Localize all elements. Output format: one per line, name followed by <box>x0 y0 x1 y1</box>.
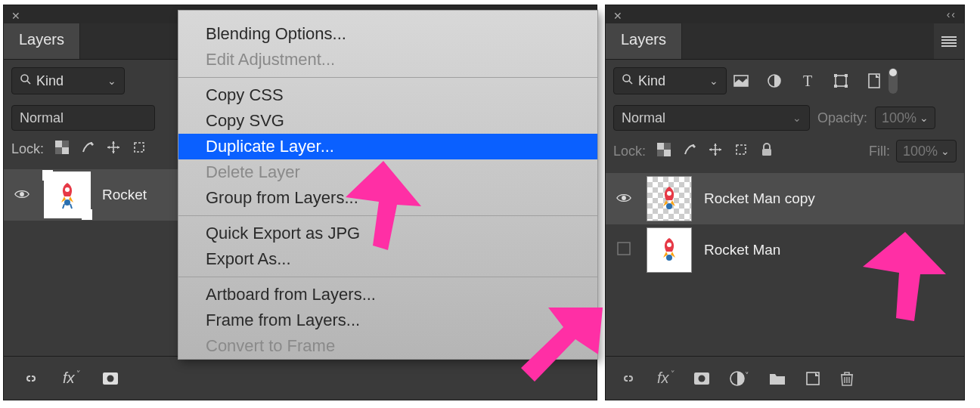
chevron-down-icon: ⌄ <box>941 145 950 157</box>
svg-rect-37 <box>807 372 819 385</box>
lock-pixels-icon[interactable] <box>682 143 697 160</box>
lock-position-icon[interactable] <box>708 143 723 160</box>
lock-transparency-icon[interactable] <box>54 141 70 158</box>
new-layer-icon[interactable] <box>805 371 820 386</box>
svg-rect-21 <box>869 74 879 88</box>
svg-point-29 <box>667 191 671 196</box>
close-icon[interactable] <box>613 9 624 20</box>
link-layers-icon[interactable] <box>619 372 637 385</box>
svg-rect-2 <box>55 141 62 147</box>
svg-rect-26 <box>737 145 746 154</box>
link-layers-icon[interactable] <box>22 372 40 385</box>
fx-icon[interactable]: fx˅ <box>657 369 674 387</box>
filter-adjustment-icon[interactable] <box>766 74 783 88</box>
menu-duplicate-layer[interactable]: Duplicate Layer... <box>178 134 597 159</box>
filter-type-icon[interactable]: T <box>799 73 816 90</box>
layer-thumbnail[interactable] <box>647 176 692 221</box>
menu-copy-css[interactable]: Copy CSS <box>178 82 597 108</box>
collapse-icon[interactable]: ‹‹ <box>947 8 957 20</box>
svg-rect-22 <box>657 143 664 150</box>
panel-bottom-toolbar: fx˅ ˅ <box>606 356 964 400</box>
blend-row: Normal ⌄ Opacity: 100% ⌄ <box>606 102 964 134</box>
filter-toggle[interactable] <box>889 68 898 94</box>
blend-mode-value: Normal <box>20 110 64 126</box>
layers-panel-left: ‹‹ Layers Kind ⌄ Normal Lock: <box>3 5 597 400</box>
filter-pixel-icon[interactable] <box>733 75 749 87</box>
visibility-toggle[interactable] <box>11 187 33 203</box>
mask-icon[interactable] <box>693 372 710 385</box>
svg-point-0 <box>21 75 28 82</box>
kind-select[interactable]: Kind ⌄ <box>11 67 125 94</box>
svg-rect-19 <box>834 85 837 88</box>
fill-value: 100% <box>903 144 938 159</box>
lock-pixels-icon[interactable] <box>80 141 95 158</box>
svg-rect-27 <box>762 149 771 156</box>
svg-rect-31 <box>618 243 630 255</box>
filter-smartobject-icon[interactable] <box>866 73 882 88</box>
svg-point-8 <box>65 187 70 192</box>
layer-name: Rocket Man <box>704 242 780 258</box>
lock-label: Lock: <box>613 144 646 159</box>
kind-label: Kind <box>638 73 665 89</box>
fill-label: Fill: <box>869 144 890 159</box>
chevron-down-icon: ⌄ <box>709 75 718 87</box>
lock-transparency-icon[interactable] <box>656 143 671 160</box>
opacity-label: Opacity: <box>817 110 867 126</box>
svg-rect-4 <box>62 141 69 147</box>
fill-input[interactable]: 100% ⌄ <box>896 140 957 162</box>
new-group-icon[interactable] <box>769 372 786 385</box>
opacity-input[interactable]: 100% ⌄ <box>875 107 935 129</box>
mask-icon[interactable] <box>102 372 119 385</box>
svg-rect-23 <box>664 150 671 156</box>
search-icon <box>20 73 32 89</box>
panel-topbar: ‹‹ <box>606 5 964 23</box>
svg-rect-17 <box>834 74 837 77</box>
lock-artboard-icon[interactable] <box>733 142 749 161</box>
layer-thumbnail[interactable] <box>647 227 692 273</box>
close-icon[interactable] <box>11 9 22 20</box>
svg-rect-25 <box>657 150 664 156</box>
adjustment-layer-icon[interactable]: ˅ <box>730 371 749 386</box>
svg-point-35 <box>698 375 705 382</box>
blend-mode-select[interactable]: Normal ⌄ <box>613 105 810 131</box>
opacity-value: 100% <box>882 110 916 126</box>
menu-edit-adjustment: Edit Adjustment... <box>178 47 597 73</box>
menu-copy-svg[interactable]: Copy SVG <box>178 108 597 134</box>
lock-position-icon[interactable] <box>106 141 121 158</box>
svg-point-28 <box>622 196 626 200</box>
annotation-arrow <box>346 161 421 252</box>
chevron-down-icon: ⌄ <box>920 112 929 124</box>
visibility-toggle[interactable] <box>613 240 634 261</box>
layer-thumbnail[interactable] <box>45 172 90 218</box>
kind-select[interactable]: Kind ⌄ <box>613 67 727 94</box>
menu-blending-options[interactable]: Blending Options... <box>178 21 597 47</box>
filter-icons: T <box>733 73 882 90</box>
svg-rect-24 <box>664 143 671 150</box>
chevron-down-icon: ⌄ <box>792 112 802 124</box>
delete-layer-icon[interactable] <box>840 371 854 386</box>
tab-layers[interactable]: Layers <box>606 23 682 59</box>
blend-mode-select[interactable]: Normal <box>11 105 155 131</box>
fx-icon[interactable]: fx˅ <box>63 369 79 387</box>
filter-shape-icon[interactable] <box>833 73 849 88</box>
svg-point-30 <box>666 203 672 209</box>
svg-rect-6 <box>135 143 144 152</box>
tab-layers[interactable]: Layers <box>4 23 80 59</box>
lock-all-icon[interactable] <box>759 143 774 160</box>
svg-rect-18 <box>845 74 848 77</box>
lock-row: Lock: Fill: 100% ⌄ <box>606 134 964 168</box>
kind-label: Kind <box>36 73 64 89</box>
filter-row: Kind ⌄ T <box>606 60 964 102</box>
layer-name: Rocket <box>102 187 147 203</box>
lock-artboard-icon[interactable] <box>132 140 147 159</box>
layers-panel-right: ‹‹ Layers Kind ⌄ T <box>605 5 965 400</box>
layer-row[interactable]: Rocket Man copy <box>606 173 964 224</box>
visibility-toggle[interactable] <box>613 191 634 207</box>
layer-name: Rocket Man copy <box>704 190 815 207</box>
annotation-arrow <box>519 308 603 383</box>
svg-point-33 <box>666 255 672 261</box>
panel-menu-icon[interactable] <box>934 23 964 59</box>
svg-rect-16 <box>836 76 846 86</box>
svg-point-7 <box>20 192 24 196</box>
menu-artboard-from-layers[interactable]: Artboard from Layers... <box>178 282 597 308</box>
